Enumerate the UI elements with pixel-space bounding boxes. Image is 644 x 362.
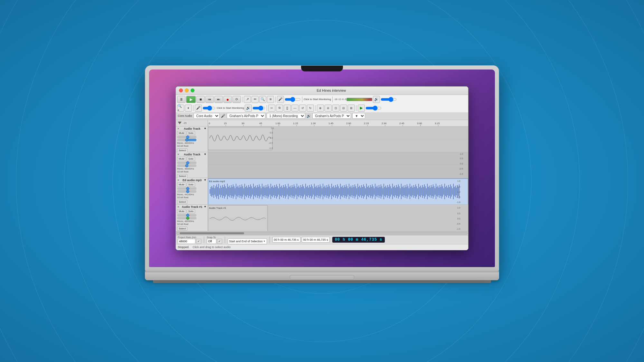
snap-to-label: Snap-To: [207, 236, 222, 239]
track4-select[interactable]: Select: [177, 227, 187, 231]
ffwd-button[interactable]: ⏭: [214, 96, 223, 103]
envelope-tool[interactable]: ✏: [251, 96, 259, 103]
track2-gain-row: [177, 162, 206, 164]
track3-content[interactable]: Ed audio mp3 // This SVG content is gene…: [208, 178, 468, 204]
track3-waveform: Ed audio mp3 // This SVG content is gene…: [208, 178, 468, 204]
svg-text:1.0: 1.0: [460, 153, 463, 155]
track1-close[interactable]: ✕: [177, 127, 180, 130]
track3-gain-slider[interactable]: [177, 187, 196, 190]
track1-pan-row: [177, 139, 206, 141]
snap-to-check[interactable]: ✓: [217, 239, 222, 244]
scrollbar-track[interactable]: [176, 232, 468, 235]
track2-waveform: 1.0 0.5 0.0 -0.5 -1.0: [208, 152, 468, 178]
track2-content[interactable]: 1.0 0.5 0.0 -0.5 -1.0: [208, 152, 468, 178]
track1-gain-slider[interactable]: [177, 136, 196, 138]
project-rate-input[interactable]: [178, 239, 195, 244]
horizontal-scrollbar[interactable]: [176, 231, 468, 235]
mic-btn2[interactable]: 🎤: [195, 105, 202, 112]
track1-pan-slider[interactable]: [177, 139, 196, 141]
track2-pan-slider[interactable]: [177, 164, 196, 167]
scrollbar-thumb[interactable]: [180, 232, 244, 234]
track3-dropdown[interactable]: ▼: [204, 179, 206, 181]
track3-mute[interactable]: Mute: [177, 182, 186, 187]
svg-text:3:15: 3:15: [435, 122, 440, 125]
minimize-button[interactable]: [185, 88, 189, 92]
zoom-toggle[interactable]: ⊞: [348, 105, 355, 112]
project-rate-section: Project Rate (Hz) ✓: [178, 236, 201, 244]
track4-mute[interactable]: Mute: [177, 209, 186, 213]
toolbar-row1: ⏸ ▶ ■ ⏮ ⏭ ● ⟳ ↗ ✏ 🔍 ⊞: [176, 95, 468, 104]
input-volume-slider[interactable]: [285, 98, 301, 101]
track2-dropdown[interactable]: ▼: [204, 153, 206, 156]
cut-btn[interactable]: ✂: [268, 105, 275, 112]
track4-gain-slider[interactable]: [177, 214, 196, 217]
output-ch-select[interactable]: ▼: [352, 113, 365, 119]
bottom-status: Stopped. Click and drag to select audio: [176, 244, 468, 250]
track4-waveform: Audio Track #1 1.0 0.5 0.0 -0.5 -1.0: [208, 205, 468, 231]
svg-text:0.5: 0.5: [457, 186, 460, 188]
silence-btn[interactable]: —: [291, 105, 298, 112]
play-button[interactable]: ▶: [186, 96, 196, 103]
pause-button[interactable]: ⏸: [177, 96, 185, 103]
multi-tool2[interactable]: ✦: [185, 105, 192, 112]
ruler-marks[interactable]: 0 15 30 45 1:00: [208, 120, 468, 126]
zoom-out[interactable]: ⊖: [325, 105, 332, 112]
output-device-select[interactable]: Graham's AirPods Pro: [312, 113, 351, 119]
track4-content[interactable]: Audio Track #1 1.0 0.5 0.0 -0.5 -1.0: [208, 205, 468, 231]
mic-slider[interactable]: [203, 107, 215, 109]
snap-to-input[interactable]: [207, 239, 216, 244]
output-volume-slider[interactable]: [381, 98, 397, 101]
undo-btn[interactable]: ↺: [299, 105, 306, 112]
track4-dropdown[interactable]: ▼: [204, 205, 206, 208]
mic-device-select[interactable]: Graham's AirPods Pro: [227, 113, 265, 119]
track2-close[interactable]: ✕: [177, 153, 180, 156]
channel-select[interactable]: 1 (Mono) Recording C...: [267, 113, 305, 119]
end-time-display[interactable]: 00 h 00 m 46,735 s: [302, 237, 330, 243]
track4-close[interactable]: ✕: [177, 205, 180, 209]
track2-pan-thumb: [185, 164, 188, 167]
close-button[interactable]: [179, 88, 183, 92]
track4-pan-row: [177, 217, 206, 219]
track2-mute[interactable]: Mute: [177, 157, 186, 161]
zoom-in2[interactable]: ⊕: [317, 105, 324, 112]
selection-dropdown[interactable]: Start and End of Selection ▼: [228, 238, 267, 244]
rewind-button[interactable]: ⏮: [205, 96, 214, 103]
copy-btn[interactable]: ⧉: [276, 105, 283, 112]
play-once[interactable]: ▶: [358, 105, 365, 112]
track2-solo[interactable]: Solo: [187, 157, 195, 161]
track3-select[interactable]: Select: [177, 200, 187, 204]
track3-close[interactable]: ✕: [177, 179, 180, 182]
ruler-label-space: -15: [176, 120, 208, 126]
trim-btn[interactable]: []: [284, 105, 291, 112]
stop-button[interactable]: ■: [196, 96, 205, 103]
speaker-slider[interactable]: [252, 107, 265, 109]
track1-content[interactable]: 1.0 0.5 0.0 -0.5 -1.0: [208, 126, 468, 152]
track-row-4: ✕ Audio Track #1 ▼ Mute Solo: [176, 205, 468, 231]
trackpad[interactable]: [290, 275, 354, 280]
svg-text:0.5: 0.5: [270, 132, 273, 134]
project-rate-check[interactable]: ✓: [196, 239, 201, 244]
record-button[interactable]: ●: [223, 96, 232, 103]
select-tool[interactable]: ↗: [244, 96, 251, 103]
zoom-in-btn[interactable]: 🔍+: [177, 105, 184, 112]
track1-info: Mono, 48000Hz 32-bit float: [177, 142, 206, 148]
track1-mute[interactable]: Mute: [177, 131, 186, 135]
playback-speed-slider[interactable]: [365, 107, 382, 109]
track3-pan-slider[interactable]: [177, 190, 196, 193]
track2-gain-slider[interactable]: [177, 162, 196, 164]
zoom-sel[interactable]: ⊟: [340, 105, 347, 112]
start-time-display[interactable]: 00 h 00 m 46,735 s: [272, 237, 300, 243]
maximize-button[interactable]: [191, 88, 194, 92]
zoom-tool[interactable]: 🔍: [259, 96, 266, 103]
track4-solo[interactable]: Solo: [187, 209, 195, 213]
zoom-fit[interactable]: ⊡: [332, 105, 339, 112]
track1-solo[interactable]: Solo: [187, 131, 195, 135]
loop-button[interactable]: ⟳: [232, 96, 241, 103]
multi-tool[interactable]: ⊞: [267, 96, 274, 103]
audio-host-select[interactable]: Core Audio: [194, 113, 220, 119]
track1-dropdown[interactable]: ▼: [204, 127, 206, 130]
track3-solo[interactable]: Solo: [187, 182, 195, 187]
track4-pan-slider[interactable]: [177, 217, 196, 219]
redo-btn[interactable]: ↻: [307, 105, 314, 112]
svg-text:2:45: 2:45: [399, 122, 404, 125]
